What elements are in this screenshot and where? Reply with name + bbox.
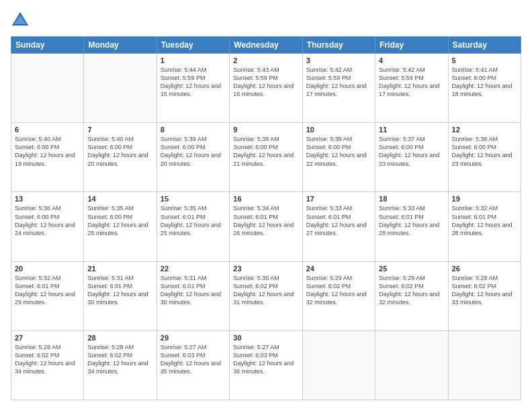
day-number: 27 xyxy=(15,334,80,342)
calendar-cell: 4Sunrise: 5:42 AM Sunset: 5:59 PM Daylig… xyxy=(375,54,448,123)
day-number: 25 xyxy=(379,265,444,273)
calendar-week-row: 1Sunrise: 5:44 AM Sunset: 5:59 PM Daylig… xyxy=(11,54,521,123)
calendar-header-sunday: Sunday xyxy=(11,37,84,54)
day-number: 22 xyxy=(161,265,226,273)
calendar-week-row: 13Sunrise: 5:36 AM Sunset: 6:00 PM Dayli… xyxy=(11,192,521,261)
day-number: 23 xyxy=(233,265,298,273)
calendar-cell: 11Sunrise: 5:37 AM Sunset: 6:00 PM Dayli… xyxy=(375,123,448,192)
calendar-cell: 2Sunrise: 5:43 AM Sunset: 5:59 PM Daylig… xyxy=(230,54,302,123)
calendar-cell: 5Sunrise: 5:41 AM Sunset: 6:00 PM Daylig… xyxy=(448,54,521,123)
day-number: 29 xyxy=(161,334,226,342)
day-number: 9 xyxy=(233,126,298,134)
calendar-cell: 22Sunrise: 5:31 AM Sunset: 6:01 PM Dayli… xyxy=(157,261,229,330)
day-number: 26 xyxy=(452,265,517,273)
day-number: 10 xyxy=(306,126,371,134)
calendar-cell: 7Sunrise: 5:40 AM Sunset: 6:00 PM Daylig… xyxy=(84,123,157,192)
day-detail: Sunrise: 5:40 AM Sunset: 6:00 PM Dayligh… xyxy=(15,135,80,168)
day-number: 2 xyxy=(233,56,298,64)
calendar-header-row: SundayMondayTuesdayWednesdayThursdayFrid… xyxy=(11,37,521,54)
day-number: 14 xyxy=(87,195,152,203)
day-number: 5 xyxy=(452,56,517,64)
calendar-cell: 18Sunrise: 5:33 AM Sunset: 6:01 PM Dayli… xyxy=(375,192,448,261)
calendar-header-saturday: Saturday xyxy=(448,37,521,54)
day-detail: Sunrise: 5:33 AM Sunset: 6:01 PM Dayligh… xyxy=(306,204,371,237)
day-detail: Sunrise: 5:42 AM Sunset: 5:59 PM Dayligh… xyxy=(306,66,371,99)
logo xyxy=(11,11,32,30)
day-detail: Sunrise: 5:37 AM Sunset: 6:00 PM Dayligh… xyxy=(379,135,444,168)
day-detail: Sunrise: 5:36 AM Sunset: 6:00 PM Dayligh… xyxy=(15,204,80,237)
calendar-cell: 15Sunrise: 5:35 AM Sunset: 6:01 PM Dayli… xyxy=(157,192,229,261)
day-detail: Sunrise: 5:31 AM Sunset: 6:01 PM Dayligh… xyxy=(87,274,152,307)
calendar-cell: 3Sunrise: 5:42 AM Sunset: 5:59 PM Daylig… xyxy=(302,54,375,123)
day-number: 8 xyxy=(161,126,226,134)
calendar-cell xyxy=(302,330,375,400)
day-number: 1 xyxy=(161,56,226,64)
day-number: 18 xyxy=(379,195,444,203)
day-detail: Sunrise: 5:31 AM Sunset: 6:01 PM Dayligh… xyxy=(161,274,226,307)
day-number: 16 xyxy=(233,195,298,203)
calendar-cell: 26Sunrise: 5:28 AM Sunset: 6:02 PM Dayli… xyxy=(448,261,521,330)
calendar-cell: 9Sunrise: 5:38 AM Sunset: 6:00 PM Daylig… xyxy=(230,123,302,192)
day-number: 28 xyxy=(87,334,152,342)
day-number: 6 xyxy=(15,126,80,134)
calendar-cell: 29Sunrise: 5:27 AM Sunset: 6:03 PM Dayli… xyxy=(157,330,229,400)
day-detail: Sunrise: 5:40 AM Sunset: 6:00 PM Dayligh… xyxy=(87,135,152,168)
day-detail: Sunrise: 5:28 AM Sunset: 6:02 PM Dayligh… xyxy=(15,343,80,376)
day-number: 21 xyxy=(87,265,152,273)
calendar-cell: 6Sunrise: 5:40 AM Sunset: 6:00 PM Daylig… xyxy=(11,123,84,192)
calendar-week-row: 20Sunrise: 5:32 AM Sunset: 6:01 PM Dayli… xyxy=(11,261,521,330)
day-detail: Sunrise: 5:39 AM Sunset: 6:00 PM Dayligh… xyxy=(161,135,226,168)
calendar-cell: 30Sunrise: 5:27 AM Sunset: 6:03 PM Dayli… xyxy=(230,330,302,400)
day-detail: Sunrise: 5:35 AM Sunset: 6:00 PM Dayligh… xyxy=(87,204,152,237)
calendar-header-monday: Monday xyxy=(84,37,157,54)
calendar-cell: 23Sunrise: 5:30 AM Sunset: 6:02 PM Dayli… xyxy=(230,261,302,330)
calendar-cell: 17Sunrise: 5:33 AM Sunset: 6:01 PM Dayli… xyxy=(302,192,375,261)
day-detail: Sunrise: 5:28 AM Sunset: 6:02 PM Dayligh… xyxy=(452,274,517,307)
day-detail: Sunrise: 5:43 AM Sunset: 5:59 PM Dayligh… xyxy=(233,66,298,99)
calendar-header-wednesday: Wednesday xyxy=(230,37,302,54)
day-number: 15 xyxy=(161,195,226,203)
calendar-cell: 1Sunrise: 5:44 AM Sunset: 5:59 PM Daylig… xyxy=(157,54,229,123)
day-number: 20 xyxy=(15,265,80,273)
day-detail: Sunrise: 5:36 AM Sunset: 6:00 PM Dayligh… xyxy=(452,135,517,168)
day-number: 13 xyxy=(15,195,80,203)
day-detail: Sunrise: 5:32 AM Sunset: 6:01 PM Dayligh… xyxy=(15,274,80,307)
day-number: 11 xyxy=(379,126,444,134)
calendar-cell: 24Sunrise: 5:29 AM Sunset: 6:02 PM Dayli… xyxy=(302,261,375,330)
day-detail: Sunrise: 5:28 AM Sunset: 6:02 PM Dayligh… xyxy=(87,343,152,376)
calendar-cell: 8Sunrise: 5:39 AM Sunset: 6:00 PM Daylig… xyxy=(157,123,229,192)
day-number: 4 xyxy=(379,56,444,64)
calendar-cell: 10Sunrise: 5:38 AM Sunset: 6:00 PM Dayli… xyxy=(302,123,375,192)
calendar-week-row: 6Sunrise: 5:40 AM Sunset: 6:00 PM Daylig… xyxy=(11,123,521,192)
calendar-cell: 21Sunrise: 5:31 AM Sunset: 6:01 PM Dayli… xyxy=(84,261,157,330)
day-detail: Sunrise: 5:35 AM Sunset: 6:01 PM Dayligh… xyxy=(161,204,226,237)
calendar-week-row: 27Sunrise: 5:28 AM Sunset: 6:02 PM Dayli… xyxy=(11,330,521,400)
calendar-cell: 20Sunrise: 5:32 AM Sunset: 6:01 PM Dayli… xyxy=(11,261,84,330)
day-detail: Sunrise: 5:38 AM Sunset: 6:00 PM Dayligh… xyxy=(233,135,298,168)
day-number: 12 xyxy=(452,126,517,134)
day-number: 24 xyxy=(306,265,371,273)
calendar-cell: 19Sunrise: 5:32 AM Sunset: 6:01 PM Dayli… xyxy=(448,192,521,261)
day-detail: Sunrise: 5:42 AM Sunset: 5:59 PM Dayligh… xyxy=(379,66,444,99)
header xyxy=(11,11,521,30)
day-number: 17 xyxy=(306,195,371,203)
day-detail: Sunrise: 5:41 AM Sunset: 6:00 PM Dayligh… xyxy=(452,66,517,99)
calendar-table: SundayMondayTuesdayWednesdayThursdayFrid… xyxy=(11,36,521,400)
day-number: 3 xyxy=(306,56,371,64)
day-detail: Sunrise: 5:30 AM Sunset: 6:02 PM Dayligh… xyxy=(233,274,298,307)
day-detail: Sunrise: 5:32 AM Sunset: 6:01 PM Dayligh… xyxy=(452,204,517,237)
day-detail: Sunrise: 5:29 AM Sunset: 6:02 PM Dayligh… xyxy=(379,274,444,307)
day-detail: Sunrise: 5:27 AM Sunset: 6:03 PM Dayligh… xyxy=(161,343,226,376)
logo-icon xyxy=(11,11,30,30)
page: SundayMondayTuesdayWednesdayThursdayFrid… xyxy=(0,0,532,411)
calendar-cell xyxy=(448,330,521,400)
calendar-header-friday: Friday xyxy=(375,37,448,54)
calendar-cell: 16Sunrise: 5:34 AM Sunset: 6:01 PM Dayli… xyxy=(230,192,302,261)
calendar-header-tuesday: Tuesday xyxy=(157,37,229,54)
day-detail: Sunrise: 5:44 AM Sunset: 5:59 PM Dayligh… xyxy=(161,66,226,99)
calendar-cell: 27Sunrise: 5:28 AM Sunset: 6:02 PM Dayli… xyxy=(11,330,84,400)
day-detail: Sunrise: 5:29 AM Sunset: 6:02 PM Dayligh… xyxy=(306,274,371,307)
calendar-cell: 14Sunrise: 5:35 AM Sunset: 6:00 PM Dayli… xyxy=(84,192,157,261)
calendar-cell xyxy=(84,54,157,123)
calendar-cell: 25Sunrise: 5:29 AM Sunset: 6:02 PM Dayli… xyxy=(375,261,448,330)
